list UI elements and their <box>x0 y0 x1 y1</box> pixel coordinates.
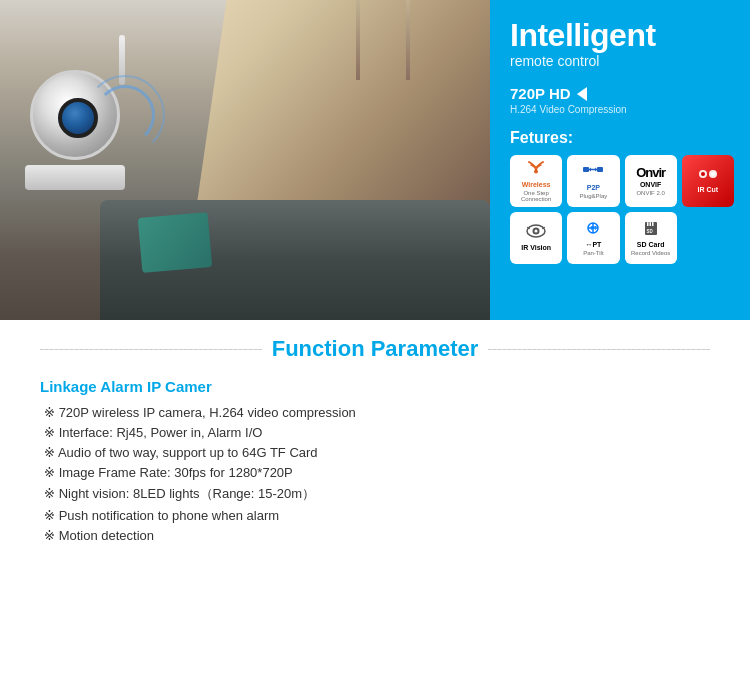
header-line-left <box>40 349 262 350</box>
badge-sd-card: SD SD Card Record Videos <box>625 212 677 264</box>
badge-ir-vision: IR Vision <box>510 212 562 264</box>
sd-card-sublabel: Record Videos <box>631 250 670 256</box>
ir-vision-icon <box>525 223 547 242</box>
svg-text:PT: PT <box>591 225 597 231</box>
onvif-label: ONVIF <box>640 181 661 189</box>
cushion <box>138 212 213 273</box>
ir-cut-icon <box>697 167 719 184</box>
camera-device <box>15 50 135 200</box>
p2p-icon <box>582 163 604 182</box>
spec-item-2: Interface: Rj45, Power in, Alarm I/O <box>40 425 710 440</box>
onvif-sublabel: ONVIF 2.0 <box>636 190 664 196</box>
svg-point-8 <box>701 172 705 176</box>
badge-pan-tilt: PT ↔PT Pan-Tilt <box>567 212 619 264</box>
ir-arc-inner <box>95 85 155 145</box>
spec-item-1: 720P wireless IP camera, H.264 video com… <box>40 405 710 420</box>
features-grid: Wireless One Step Connection P2P Plug&Pl… <box>510 155 734 264</box>
onvif-icon: Onvir <box>636 166 665 179</box>
sofa <box>100 200 490 320</box>
top-section: Intelligent remote control 720P HD H.264… <box>0 0 750 320</box>
pendant-light-1 <box>356 0 360 80</box>
spec-item-4: Image Frame Rate: 30fps for 1280*720P <box>40 465 710 480</box>
ir-cut-label: IR Cut <box>698 186 719 194</box>
svg-text:SD: SD <box>646 229 653 234</box>
features-title: Fetures: <box>510 129 734 147</box>
p2p-label: P2P <box>587 184 600 192</box>
hd-arrow-icon <box>577 87 587 101</box>
badge-ir-cut: IR Cut <box>682 155 734 207</box>
svg-rect-1 <box>583 167 589 172</box>
wireless-sublabel: One Step Connection <box>513 190 559 202</box>
pan-tilt-label: ↔PT <box>585 241 601 249</box>
badge-p2p: P2P Plug&Play <box>567 155 619 207</box>
wireless-label: Wireless <box>522 181 551 189</box>
camera-base <box>25 165 125 190</box>
svg-rect-22 <box>652 222 654 226</box>
pendant-light-2 <box>406 0 410 80</box>
spec-item-5: Night vision: 8LED lights（Range: 15-20m） <box>40 485 710 503</box>
badge-onvif: Onvir ONVIF ONVIF 2.0 <box>625 155 677 207</box>
svg-rect-2 <box>597 167 603 172</box>
h264-label: H.264 Video Compression <box>510 104 734 115</box>
svg-marker-5 <box>589 168 591 172</box>
svg-rect-21 <box>649 222 651 226</box>
hd-row: 720P HD <box>510 85 734 102</box>
spec-list: 720P wireless IP camera, H.264 video com… <box>40 405 710 543</box>
product-name: Linkage Alarm IP Camer <box>40 378 710 395</box>
svg-point-0 <box>534 170 538 174</box>
intelligent-title: Intelligent <box>510 18 734 53</box>
remote-control-text: remote control <box>510 53 734 69</box>
spec-item-3: Audio of two way, support up to 64G TF C… <box>40 445 710 460</box>
pan-tilt-icon: PT <box>582 220 604 239</box>
svg-marker-4 <box>595 168 597 172</box>
camera-image-area <box>0 0 490 320</box>
function-param-title: Function Parameter <box>272 336 479 362</box>
spec-item-6: Push notification to phone when alarm <box>40 508 710 523</box>
sd-card-label: SD Card <box>637 241 665 249</box>
ir-vision-label: IR Vision <box>521 244 551 252</box>
svg-rect-20 <box>647 222 649 226</box>
pan-tilt-sublabel: Pan-Tilt <box>583 250 603 256</box>
sd-card-icon: SD <box>642 220 660 239</box>
wireless-icon <box>525 160 547 179</box>
badge-wireless: Wireless One Step Connection <box>510 155 562 207</box>
header-line-right <box>488 349 710 350</box>
svg-point-12 <box>535 230 538 233</box>
info-panel: Intelligent remote control 720P HD H.264… <box>490 0 750 320</box>
p2p-sublabel: Plug&Play <box>580 193 608 199</box>
spec-item-7: Motion detection <box>40 528 710 543</box>
bottom-section: Function Parameter Linkage Alarm IP Came… <box>0 320 750 568</box>
hd-label: 720P HD <box>510 85 571 102</box>
svg-point-9 <box>711 172 715 176</box>
function-param-header: Function Parameter <box>40 336 710 362</box>
